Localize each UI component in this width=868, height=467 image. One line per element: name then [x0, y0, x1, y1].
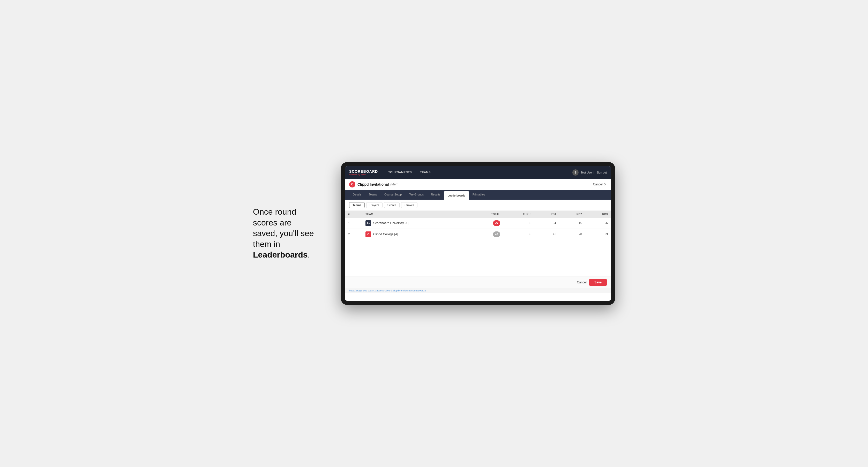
- row1-total: -5: [470, 218, 503, 229]
- row1-score-badge: -5: [493, 220, 500, 226]
- tablet-screen: SCOREBOARD Powered by clippd TOURNAMENTS…: [345, 166, 611, 301]
- modal-footer: Cancel Save: [345, 276, 611, 288]
- nav-teams[interactable]: TEAMS: [416, 166, 435, 179]
- tournament-cancel-btn[interactable]: Cancel ✕: [593, 182, 607, 186]
- row2-score-badge: +3: [493, 231, 500, 237]
- top-nav: SCOREBOARD Powered by clippd TOURNAMENTS…: [345, 166, 611, 179]
- filter-teams[interactable]: Teams: [349, 202, 365, 208]
- footer-cancel-button[interactable]: Cancel: [577, 281, 587, 284]
- row2-total: +3: [470, 229, 503, 240]
- row1-team-logo: [366, 220, 371, 226]
- desc-line3: saved, you'll see: [253, 228, 314, 238]
- row2-team-logo: C: [366, 231, 371, 237]
- row1-rd1: -4: [534, 218, 559, 229]
- col-rd3: RD3: [585, 211, 611, 218]
- col-thru: THRU: [503, 211, 534, 218]
- desc-line4: them in: [253, 240, 280, 249]
- row1-rank: 1: [345, 218, 362, 229]
- tab-details[interactable]: Details: [349, 190, 365, 199]
- page-wrapper: Once round scores are saved, you'll see …: [253, 162, 615, 305]
- status-bar: https://stage-blue-coach.stagescoreboard…: [345, 288, 611, 293]
- row1-thru: F: [503, 218, 534, 229]
- sign-out-link[interactable]: Sign out: [596, 171, 607, 174]
- footer-save-button[interactable]: Save: [589, 279, 607, 286]
- col-total: TOTAL: [470, 211, 503, 218]
- tab-leaderboards[interactable]: Leaderboards: [444, 191, 469, 199]
- row2-rank: 2: [345, 229, 362, 240]
- nav-links: TOURNAMENTS TEAMS: [384, 166, 572, 179]
- desc-line2: scores are: [253, 218, 291, 227]
- row1-team: Scoreboard University [A]: [362, 218, 470, 229]
- col-rd2: RD2: [559, 211, 585, 218]
- table-body: 1 Scoreboard Universi: [345, 218, 611, 240]
- user-avatar: S: [572, 169, 579, 176]
- svg-rect-1: [367, 222, 368, 224]
- row1-rd2: +5: [559, 218, 585, 229]
- logo-sub: Powered by clippd: [349, 174, 378, 176]
- col-rank: #: [345, 211, 362, 218]
- row1-rd3: -6: [585, 218, 611, 229]
- row2-rd2: -8: [559, 229, 585, 240]
- left-description: Once round scores are saved, you'll see …: [253, 207, 326, 260]
- leaderboard-table: # TEAM TOTAL THRU RD1 RD2 RD3 1: [345, 211, 611, 240]
- tab-course-setup[interactable]: Course Setup: [381, 190, 405, 199]
- sub-tabs: Details Teams Course Setup Tee Groups Re…: [345, 190, 611, 199]
- tournament-header: C Clippd Invitational (Men) Cancel ✕: [345, 179, 611, 190]
- desc-line5-bold: Leaderboards: [253, 250, 308, 259]
- desc-line1: Once round: [253, 207, 296, 216]
- user-name: Test User |: [581, 171, 594, 174]
- col-rd1: RD1: [534, 211, 559, 218]
- cancel-x-icon: ✕: [604, 182, 607, 186]
- filter-bar: Teams Players Scores Strokes: [345, 199, 611, 211]
- cancel-label: Cancel: [593, 183, 602, 186]
- svg-rect-2: [369, 223, 370, 224]
- scoreboard-logo: SCOREBOARD Powered by clippd: [349, 169, 378, 176]
- filter-scores[interactable]: Scores: [384, 202, 400, 208]
- row2-rd1: +8: [534, 229, 559, 240]
- col-team: TEAM: [362, 211, 470, 218]
- table-row: 1 Scoreboard Universi: [345, 218, 611, 229]
- tablet-shell: SCOREBOARD Powered by clippd TOURNAMENTS…: [341, 162, 615, 305]
- nav-right: S Test User | Sign out: [572, 169, 607, 176]
- row2-thru: F: [503, 229, 534, 240]
- tournament-icon: C: [349, 181, 355, 187]
- filter-players[interactable]: Players: [366, 202, 382, 208]
- logo-title: SCOREBOARD: [349, 169, 378, 174]
- table-header-row: # TEAM TOTAL THRU RD1 RD2 RD3: [345, 211, 611, 218]
- tab-results[interactable]: Results: [427, 190, 444, 199]
- nav-tournaments[interactable]: TOURNAMENTS: [384, 166, 416, 179]
- tab-printables[interactable]: Printables: [469, 190, 489, 199]
- tab-tee-groups[interactable]: Tee Groups: [405, 190, 427, 199]
- table-row: 2 C Clippd College [A] +3: [345, 229, 611, 240]
- tournament-gender: (Men): [390, 183, 398, 186]
- status-url: https://stage-blue-coach.stagescoreboard…: [349, 289, 426, 292]
- filter-strokes[interactable]: Strokes: [401, 202, 417, 208]
- row2-rd3: +3: [585, 229, 611, 240]
- row2-team-name: Clippd College [A]: [373, 232, 398, 236]
- tab-teams[interactable]: Teams: [365, 190, 381, 199]
- row1-team-name: Scoreboard University [A]: [373, 221, 408, 225]
- tournament-name: Clippd Invitational: [358, 182, 389, 186]
- row2-team: C Clippd College [A]: [362, 229, 470, 240]
- empty-space: [345, 240, 611, 276]
- desc-line5-end: .: [308, 250, 310, 259]
